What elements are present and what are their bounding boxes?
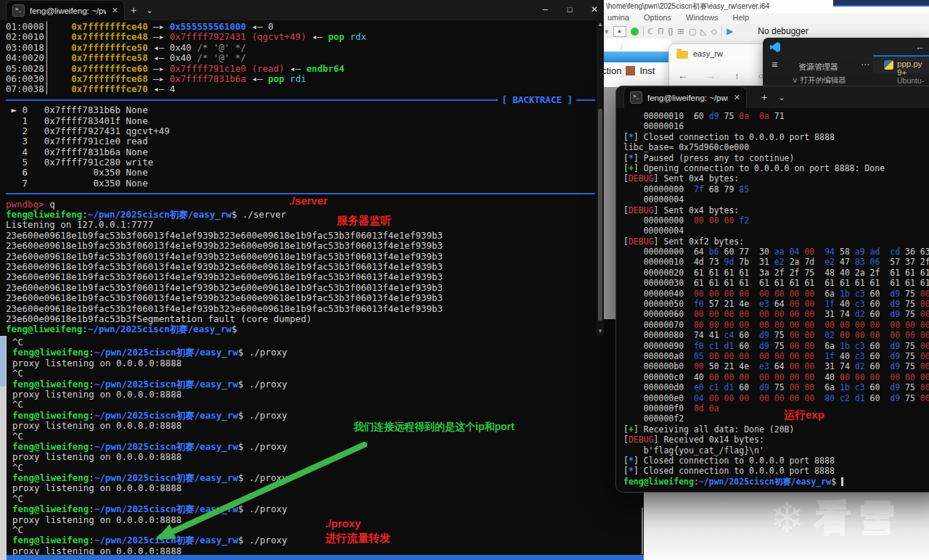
annotation-server-listen: 服务器监听	[337, 214, 391, 228]
play-icon[interactable]: ▶	[727, 26, 733, 36]
terminal-line: [*] Closed connection to 0.0.0.0 port 88…	[623, 466, 929, 476]
back-arrow-icon[interactable]: ←	[915, 41, 925, 52]
terminal-line: feng@liweifeng:~/pwn/2025ciscn初赛/easy_rw…	[623, 477, 929, 487]
explorer-nav: ← → ↑ ○	[678, 70, 764, 81]
terminal-line: proxy listening on 0.0.0.0:8888	[12, 390, 641, 400]
terminal-line: 23e600e09618e1b9fac53b3f06013f4e1ef939b3…	[6, 304, 595, 314]
menu-item-windows[interactable]: Windows	[686, 13, 719, 24]
terminal-line: 00000030 61 61 61 61 61 61 61 61 61 61 6…	[623, 278, 929, 288]
annotation-proxy: ./proxy	[325, 517, 361, 530]
terminal-line: ^C	[12, 432, 641, 442]
tab-close-icon[interactable]: ✕	[112, 6, 118, 15]
terminal-line: [+] Opening connection to 0.0.0.0 on por…	[623, 163, 929, 173]
close-button[interactable]: ✕	[584, 0, 605, 20]
terminal-line: feng@liweifeng:~/pwn/2025ciscn初赛/easy_rw…	[12, 347, 641, 358]
new-tab-button[interactable]: +	[125, 0, 142, 20]
toolbar-caret-icon[interactable]: ▾	[605, 27, 609, 36]
menu-item-help[interactable]: Help	[733, 13, 750, 24]
structs-icon[interactable]: Π	[658, 27, 663, 36]
terminal-tab[interactable]: >_ feng@liweifeng: ~/pwn/2025c ✕	[623, 86, 747, 108]
terminal-line: ^C	[12, 463, 641, 473]
terminal-line: 23e600e09618e1b9fac53b3f06013f4e1ef939b3…	[6, 272, 595, 282]
up-icon[interactable]: ↑	[734, 70, 740, 81]
chart-icon[interactable]: ▲	[613, 26, 626, 37]
watermark-text: 看雪	[815, 494, 902, 543]
debugger-select[interactable]: No debugger	[758, 26, 808, 36]
annotation-run-exp: 运行exp	[784, 408, 824, 422]
terminal-line: 6 0x350 None	[6, 168, 595, 178]
ida-toolbar: ▾ ▲ ℂ Π {} ⊞ ▢ ◺ ◇ ▶ No debugger	[600, 24, 929, 38]
terminal-tab-title: feng@liweifeng: ~/pwn/2025c	[30, 7, 106, 15]
more-actions-icon[interactable]: ⋯	[861, 59, 869, 70]
polygon-icon[interactable]: ◺	[700, 27, 706, 36]
menu-item-lumina[interactable]: umina	[607, 13, 629, 24]
square-icon[interactable]: ▢	[689, 27, 696, 36]
ida-navband-legend: ction Inst	[602, 65, 655, 76]
legend-function-label: ction	[602, 65, 621, 76]
menu-item-options[interactable]: Options	[644, 13, 671, 24]
terminal-line: 5 0x7ffff791c280 write	[6, 157, 595, 168]
scrollbar[interactable]: ▲ ▼	[597, 20, 604, 336]
vscode-window: ← ≡ 资源管理器 ⋯ ppp.py 9+ ∨ 打开的编辑器 Ubuntu-24…	[763, 38, 929, 87]
terminal-tab-title: feng@liweifeng: ~/pwn/2025c	[647, 94, 728, 102]
terminal-line: 01:0008│ 0x7fffffffce40 —▸ 0x55555556100…	[6, 22, 595, 32]
terminal-line: 000000c0 40 00 00 00 00 00 00 00 40 00 0…	[623, 372, 929, 382]
explorer-panel-title: 资源管理器	[798, 62, 838, 73]
terminal-line: [*] Closed connection to 0.0.0.0 port 88…	[623, 456, 929, 466]
toolbar-divider	[643, 26, 644, 36]
tab-dropdown-icon[interactable]: ⌄	[142, 0, 157, 20]
terminal-line: [+] Receiving all data: Done (20B)	[623, 424, 929, 435]
annotation-server: ./server	[289, 194, 327, 207]
terminal-output[interactable]: 01:0008│ 0x7fffffffce40 —▸ 0x55555556100…	[6, 22, 595, 336]
terminal-line: 00000020 61 61 61 61 3a 2f 2f 75 48 40 2…	[623, 268, 929, 278]
terminal-titlebar[interactable]: >_ feng@liweifeng: ~/pwn/2025c ✕ + ⌄ – □…	[0, 0, 604, 20]
terminal-line: feng@liweifeng:~/pwn/2025ciscn初赛/easy_rw…	[6, 210, 595, 220]
terminal-window-exp[interactable]: >_ feng@liweifeng: ~/pwn/2025c ✕ + ⌄ 000…	[615, 86, 929, 493]
terminal-line: [DEBUG] Received 0x14 bytes:	[623, 435, 929, 445]
terminal-line: [DEBUG] Sent 0xf2 bytes:	[623, 236, 929, 247]
arrow-down-icon: ↓	[619, 40, 624, 51]
terminal-line: 23e600e09618e1b9fac53b3f06013f4e1ef939b3…	[6, 241, 595, 251]
terminal-window-main[interactable]: >_ feng@liweifeng: ~/pwn/2025c ✕ + ⌄ – □…	[0, 0, 604, 336]
forward-icon[interactable]: →	[706, 70, 716, 81]
editor-tab-ppp-py[interactable]: ppp.py 9+	[873, 55, 929, 74]
open-editors-section[interactable]: ∨ 打开的编辑器	[792, 75, 846, 86]
terminal-line: 00000010 4d 73 9d 7b 31 e2 2a 7d e2 47 8…	[623, 257, 929, 267]
terminal-line: 00000010 60 d9 75 0a 0a 71	[623, 111, 929, 121]
terminal-line: 23e600e09618e1b9fac53b3f06013f4e1ef939b3…	[6, 293, 595, 303]
braces-icon[interactable]: {}	[668, 27, 673, 36]
minimize-button[interactable]: –	[534, 0, 556, 20]
terminal-line: [ BACKTRACE ]	[6, 95, 595, 105]
scroll-up-icon[interactable]: ▲	[597, 21, 604, 28]
jump-icon[interactable]: ℂ	[648, 27, 654, 36]
ida-disassembly-panel: ↓ ction Inst	[599, 38, 671, 87]
scroll-down-icon[interactable]: ▼	[597, 328, 604, 334]
terminal-line: 000000f0 0d 0a	[623, 403, 929, 413]
new-tab-button[interactable]: +	[756, 86, 773, 108]
background-window-titlebar	[833, 0, 929, 7]
terminal-line: feng@liweifeng:~/pwn/2025ciscn初赛/easy_rw…	[12, 504, 641, 514]
terminal-line: ► 0 0x7ffff7831b6b None	[6, 105, 595, 115]
terminal-line: [*] Paused (press any to continue)	[623, 153, 929, 163]
grid-icon[interactable]: ⊞	[678, 27, 684, 36]
terminal-line: 23e600e09618e1b9fac53b3f06013f4e1ef939b3…	[6, 231, 595, 241]
vscode-logo-icon	[770, 42, 780, 52]
tab-close-icon[interactable]: ✕	[734, 93, 740, 102]
scrollbar-thumb[interactable]	[642, 508, 643, 554]
tab-dropdown-icon[interactable]: ⌄	[774, 86, 789, 108]
terminal-line: 00000070 00 00 00 00 00 00 00 00 00 00 0…	[623, 320, 929, 330]
terminal-output[interactable]: 00000010 60 d9 75 0a 0a 71 00000016[*] C…	[623, 111, 929, 489]
back-icon[interactable]: ←	[678, 70, 687, 81]
ida-menubar: umina Options Windows Help	[600, 13, 929, 24]
terminal-line: 3 0x7ffff791c1e0 read	[6, 136, 595, 147]
scrollbar-thumb[interactable]	[598, 109, 602, 321]
terminal-line: 07:0038│ 0x7fffffffce70 ◂— 4	[6, 84, 595, 94]
terminal-line: 23e600e09618e1b9fac53b3fSegmentation fau…	[6, 314, 595, 324]
terminal-titlebar[interactable]: >_ feng@liweifeng: ~/pwn/2025c ✕ + ⌄	[616, 86, 929, 108]
diamond-icon[interactable]: ◇	[711, 27, 717, 36]
maximize-button[interactable]: □	[559, 0, 581, 20]
record-icon[interactable]	[631, 28, 639, 36]
hamburger-menu-icon[interactable]: ≡	[772, 59, 777, 70]
legend-color-swatch	[626, 66, 635, 75]
terminal-tab[interactable]: >_ feng@liweifeng: ~/pwn/2025c ✕	[6, 0, 125, 20]
